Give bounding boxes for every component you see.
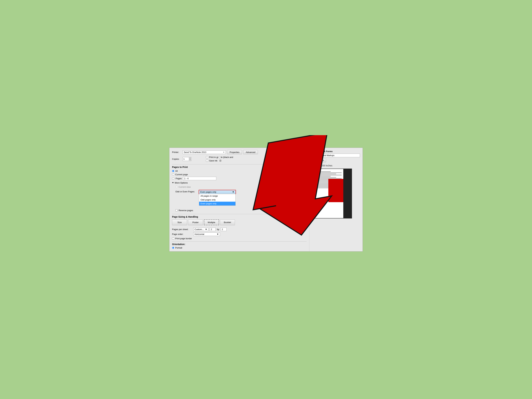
- preview-line-4: [314, 175, 342, 175]
- page-order-value: Horizontal: [195, 233, 204, 235]
- more-options-triangle: [172, 182, 174, 183]
- reverse-pages-checkbox[interactable]: [175, 209, 177, 211]
- dropdown-selected-arrow: ▼: [232, 191, 234, 193]
- save-ink-checkbox[interactable]: [206, 160, 208, 162]
- current-view-label: Current view: [178, 186, 191, 188]
- copies-spinners: ▲ ▼: [189, 157, 191, 161]
- print-grayscale-row: Print in gr◯le (black and: [206, 156, 233, 158]
- printer-row: Printer: Send To OneNote 2013 ▼ Properti…: [172, 150, 307, 154]
- reverse-pages-row: Reverse pages: [172, 209, 307, 212]
- size-label: 8.27 x 11.69 Inches: [312, 164, 332, 167]
- by-label: by: [217, 228, 219, 231]
- multiple-button[interactable]: Multiple: [204, 219, 219, 225]
- pages-row: Pages: [172, 177, 307, 180]
- all-pages-label: All: [175, 170, 177, 172]
- printer-label: Printer:: [172, 151, 181, 153]
- portrait-radio[interactable]: [172, 247, 174, 249]
- preview-line-5: [314, 176, 331, 177]
- pages-per-sheet-label: Pages per sheet:: [172, 228, 192, 231]
- rows-input[interactable]: [221, 228, 227, 231]
- divider-1: [172, 164, 307, 165]
- page-order-label: Page order:: [172, 233, 192, 235]
- copies-down-button[interactable]: ▼: [189, 159, 191, 161]
- dialog-container: Printer: Send To OneNote 2013 ▼ Properti…: [169, 148, 363, 252]
- pages-input[interactable]: [183, 177, 216, 180]
- print-border-label: Print page border: [175, 237, 192, 240]
- current-view-radio[interactable]: [175, 186, 177, 188]
- print-border-row: Print page border: [172, 237, 307, 240]
- preview-line-3: [314, 174, 336, 174]
- pages-radio[interactable]: [172, 177, 174, 180]
- orientation-title: Orientation:: [172, 243, 307, 246]
- preview-line-1: [314, 171, 331, 172]
- booklet-button[interactable]: Booklet: [220, 219, 235, 225]
- current-page-row: Current page: [172, 173, 307, 176]
- pages-per-sheet-row: Pages per sheet: Custom... ▼ by: [172, 228, 307, 231]
- pages-radio-label: Pages: [176, 177, 182, 180]
- odd-even-label: Odd or Even Pages:: [175, 190, 197, 193]
- pages-per-sheet-select[interactable]: Custom... ▼: [193, 228, 208, 231]
- printer-select-text: Send To OneNote 2013: [184, 151, 206, 153]
- document-markups-select[interactable]: Document and Markups: [312, 154, 360, 157]
- page-order-arrow: ▼: [217, 233, 219, 235]
- print-grayscale-checkbox[interactable]: [206, 156, 208, 158]
- dropdown-selected-text: Even pages only: [200, 191, 216, 193]
- preview-line-8: [314, 179, 331, 180]
- outer-wrapper: Printer: Send To OneNote 2013 ▼ Properti…: [166, 145, 366, 254]
- preview-line-2: [314, 172, 342, 173]
- preview-line-6: [314, 177, 336, 178]
- comments-button[interactable]: Comments: [312, 158, 326, 162]
- portrait-label: Portrait: [175, 247, 182, 249]
- copies-row: Copies: ▲ ▼ Print in gr◯le (black and: [172, 156, 307, 162]
- right-panel: Comments & Forms Document and Markups Co…: [309, 148, 363, 251]
- advanced-button[interactable]: Advanced: [243, 150, 258, 154]
- copies-input-container: ▲ ▼: [183, 157, 191, 161]
- preview-red-block: [328, 179, 343, 202]
- copies-input[interactable]: [183, 158, 189, 161]
- page-order-row: Page order: Horizontal ▼: [172, 232, 307, 236]
- pages-per-sheet-arrow: ▼: [205, 228, 207, 231]
- printer-select[interactable]: Send To OneNote 2013 ▼: [183, 151, 226, 154]
- pages-to-print-title: Pages to Print: [172, 166, 307, 168]
- print-grayscale-label: Print in gr◯le (black and: [209, 156, 233, 158]
- preview-container: [312, 169, 352, 218]
- poster-button[interactable]: Poster: [188, 219, 203, 225]
- portrait-row: Portrait: [172, 247, 307, 249]
- sizing-buttons-row: Size Poster Multiple Booklet: [172, 219, 307, 225]
- properties-button[interactable]: Properties: [227, 150, 242, 154]
- all-pages-row: All: [172, 170, 307, 172]
- save-ink-label: Save ink Ⓐ: [209, 159, 222, 162]
- left-panel: Printer: Send To OneNote 2013 ▼ Properti…: [169, 148, 309, 251]
- pages-per-sheet-value: Custom...: [195, 228, 204, 231]
- current-page-radio[interactable]: [172, 173, 174, 176]
- copies-label: Copies:: [172, 158, 181, 160]
- document-markups-label: Document and Markups: [313, 154, 334, 157]
- dropdown-options-list: All pages in range Odd pages only Even p…: [199, 194, 236, 206]
- printer-dropdown-arrow[interactable]: ▼: [223, 151, 225, 153]
- odd-even-row: Odd or Even Pages: Even pages only ▼ All…: [172, 190, 307, 194]
- dropdown-option-odd-pages[interactable]: Odd pages only: [199, 198, 235, 202]
- more-options-label: More Options: [175, 182, 188, 184]
- copies-up-button[interactable]: ▲: [189, 157, 191, 159]
- page-sizing-title: Page Sizing & Handling: [172, 215, 307, 218]
- cols-input[interactable]: [210, 228, 216, 231]
- size-button[interactable]: Size: [172, 219, 187, 225]
- dropdown-option-all-pages[interactable]: All pages in range: [199, 194, 235, 198]
- comments-forms-title: Comments & Forms: [312, 150, 360, 153]
- odd-even-dropdown[interactable]: Even pages only ▼ All pages in range Odd…: [199, 190, 236, 194]
- current-view-row: Current view: [172, 186, 307, 188]
- dropdown-selected[interactable]: Even pages only ▼: [199, 190, 236, 194]
- preview-black-bar: [343, 169, 352, 218]
- current-page-label: Current page: [175, 173, 188, 176]
- more-options-toggle[interactable]: More Options: [172, 182, 307, 184]
- reverse-pages-label: Reverse pages: [178, 209, 193, 212]
- dropdown-option-even-pages[interactable]: Even pages only: [199, 202, 235, 205]
- save-ink-row: Save ink Ⓐ: [206, 159, 233, 162]
- page-order-select[interactable]: Horizontal ▼: [193, 232, 220, 236]
- preview-line-11: [314, 183, 331, 184]
- preview-line-14: [314, 186, 331, 187]
- print-border-checkbox[interactable]: [172, 237, 174, 240]
- all-pages-radio[interactable]: [172, 170, 174, 172]
